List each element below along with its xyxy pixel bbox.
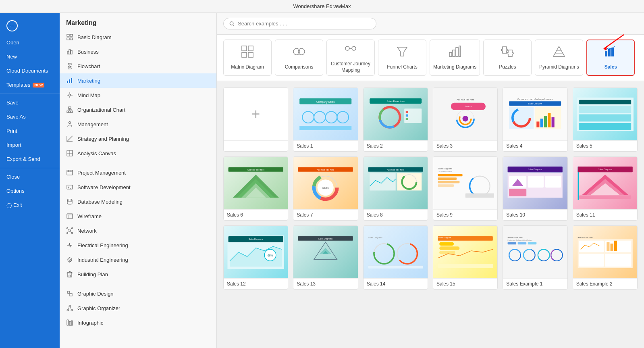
svg-rect-128 (579, 114, 631, 121)
nav-item-flowchart[interactable]: Flowchart (60, 59, 216, 73)
nav-item-software[interactable]: Software Development (60, 180, 216, 194)
nav-item-wireframe[interactable]: Wireframe (60, 209, 216, 223)
sidebar-item-new[interactable]: New (0, 50, 60, 64)
category-sales[interactable]: Sales (586, 40, 635, 76)
nav-item-management[interactable]: Management (60, 117, 216, 131)
sidebar-item-print[interactable]: Print (0, 124, 60, 138)
nav-item-basic[interactable]: Basic Diagram (60, 30, 216, 44)
template-sales3[interactable]: Add Your Title Here Feature Sales 3 (433, 88, 498, 152)
category-pyramid-label: Pyramid Diagrams (539, 64, 579, 71)
svg-rect-37 (67, 214, 73, 219)
category-pyramid[interactable]: Pyramid Diagrams (535, 40, 583, 76)
nav-basic-label: Basic Diagram (77, 34, 112, 40)
strategy-icon (66, 135, 73, 142)
svg-rect-123 (548, 113, 551, 127)
sales11-label: Sales 11 (573, 209, 637, 220)
template-sales7[interactable]: Add Your Title Here Sales Sales 7 (293, 156, 358, 221)
template-sales1[interactable]: Company Sales Sales 1 (293, 88, 358, 152)
category-sales-label: Sales (605, 64, 617, 71)
svg-rect-7 (68, 63, 71, 65)
template-sales9[interactable]: Sales Diagrams Ltd Power Dashes Sales 9 (433, 156, 498, 221)
template-sales13[interactable]: Sales Diagrams Sales 13 (293, 225, 358, 290)
category-comparisons[interactable]: Comparisons (275, 40, 323, 76)
template-sales4[interactable]: Comparison chart of sales performance Sa… (503, 88, 567, 152)
nav-network-label: Network (77, 228, 97, 234)
nav-item-building[interactable]: Building Plan (60, 267, 216, 281)
sidebar-item-options[interactable]: Options (0, 184, 60, 198)
svg-rect-124 (552, 117, 555, 127)
template-example1[interactable]: Add Your Title Here Feature text Replace… (503, 225, 567, 290)
category-matrix[interactable]: Matrix Diagram (223, 40, 272, 76)
sidebar-item-open[interactable]: Open (0, 35, 60, 50)
new-badge: NEW (33, 83, 44, 88)
template-sales8[interactable]: Add Your Title Here Sales 8 (363, 156, 428, 221)
sales13-label: Sales 13 (293, 278, 357, 289)
template-sales10[interactable]: Sales Diagrams Sales 10 (503, 156, 567, 221)
sidebar-item-save-as[interactable]: Save As (0, 110, 60, 124)
sidebar-options-label: Options (6, 188, 25, 194)
nav-item-electrical[interactable]: Electrical Engineering (60, 238, 216, 252)
svg-rect-21 (71, 111, 73, 113)
nav-item-graphic[interactable]: Graphic Design (60, 286, 216, 301)
sidebar-item-close[interactable]: Close (0, 170, 60, 184)
nav-item-marketing[interactable]: Marketing (60, 73, 216, 88)
sidebar-item-templates[interactable]: Templates NEW (0, 78, 60, 92)
electrical-icon (66, 242, 73, 249)
sidebar-item-export[interactable]: Export & Send (0, 152, 60, 166)
nav-item-project[interactable]: Project Management (60, 165, 216, 180)
category-puzzles[interactable]: Puzzles (483, 40, 532, 76)
sidebar-exit-label: Exit (13, 202, 22, 208)
svg-text:Add Your Title Here: Add Your Title Here (317, 168, 334, 171)
template-sales15[interactable]: Sales Diagram Sales 15 (433, 225, 498, 290)
sales4-thumb: Comparison chart of sales performance Sa… (503, 88, 567, 140)
svg-rect-217 (605, 254, 631, 267)
search-bar (217, 13, 644, 35)
nav-item-orgchart[interactable]: Organizational Chart (60, 102, 216, 117)
template-sales11[interactable]: Sales Diagrams Sales 11 (573, 156, 638, 221)
database-icon (66, 198, 73, 205)
nav-item-mindmap[interactable]: Mind Map (60, 88, 216, 102)
template-sales12[interactable]: Sales Diagrams 68% Sales 12 (223, 225, 288, 290)
svg-text:Sales Diagrams: Sales Diagrams (368, 236, 382, 239)
template-sales5[interactable]: Sales 5 (573, 88, 638, 152)
building-icon (66, 271, 73, 278)
nav-item-analysis[interactable]: Analysis Canvas (60, 146, 216, 160)
nav-item-organizer[interactable]: Graphic Organizer (60, 301, 216, 315)
svg-point-49 (68, 258, 72, 262)
back-button[interactable]: ← (0, 16, 60, 35)
example2-thumb: Add Your Title Here (573, 226, 637, 278)
example2-label: Sales Example 2 (573, 278, 637, 289)
plus-icon: + (251, 106, 260, 123)
categories-wrapper: Matrix Diagram Comparisons Customer Jour… (217, 35, 644, 81)
svg-rect-1 (70, 34, 73, 36)
svg-text:Sales Diagrams: Sales Diagrams (528, 168, 542, 171)
category-funnel[interactable]: Funnel Charts (378, 40, 426, 76)
svg-point-95 (337, 111, 349, 123)
search-input-wrap[interactable] (223, 18, 376, 29)
sidebar-item-save[interactable]: Save (0, 96, 60, 110)
nav-item-strategy[interactable]: Strategy and Planning (60, 131, 216, 146)
template-sales6[interactable]: Add Your Title Here Sales 6 (223, 156, 288, 221)
nav-item-infographic[interactable]: Infographic (60, 315, 216, 330)
search-input[interactable] (238, 21, 370, 27)
nav-item-business[interactable]: Business (60, 44, 216, 59)
template-sales14[interactable]: Sales Diagrams Sales 14 (363, 225, 428, 290)
nav-item-database[interactable]: Database Modeling (60, 194, 216, 209)
svg-rect-220 (614, 240, 617, 250)
sidebar-save-label: Save (6, 100, 19, 106)
nav-item-industrial[interactable]: Industrial Engineering (60, 252, 216, 267)
category-marketing-diag[interactable]: Marketing Diagrams (430, 40, 480, 76)
template-example2[interactable]: Add Your Title Here Sales Examp (573, 225, 638, 290)
template-sales2[interactable]: Sales Projections Sales 2 (363, 88, 428, 152)
app-title: Wondershare EdrawMax (293, 3, 351, 9)
svg-rect-2 (67, 38, 69, 40)
sidebar-item-cloud[interactable]: Cloud Documents (0, 64, 60, 78)
svg-rect-71 (248, 46, 253, 51)
category-journey[interactable]: Customer JourneyMapping (326, 40, 375, 76)
nav-item-network[interactable]: Network (60, 223, 216, 238)
sidebar-item-exit[interactable]: ◯ Exit (0, 198, 60, 212)
svg-rect-73 (248, 52, 253, 57)
sidebar-item-import[interactable]: Import (0, 138, 60, 152)
svg-point-44 (72, 233, 73, 234)
template-new[interactable]: + (223, 88, 288, 152)
